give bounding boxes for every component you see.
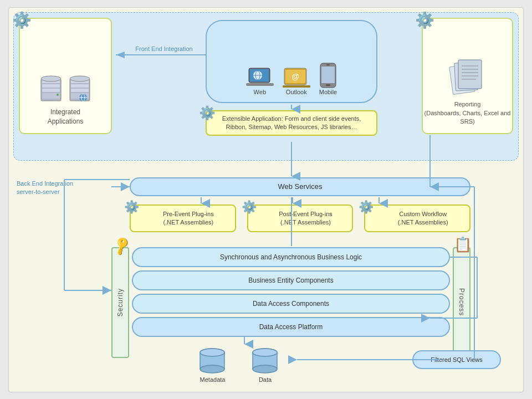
server-icon-2 [68, 74, 92, 103]
integrated-apps-box: ⚙️ [19, 18, 112, 134]
metadata-db: Metadata [197, 346, 228, 383]
server-icons [39, 74, 92, 103]
filtered-sql-box: Filtered SQL Views [412, 350, 501, 369]
svg-rect-9 [71, 84, 89, 88]
svg-text:@: @ [291, 72, 299, 81]
svg-point-46 [200, 349, 224, 356]
plugins-row: ⚙️ Pre-Event Plug-ins(.NET Assemblies) ⚙… [130, 204, 470, 233]
process-bar: 📋 Process [453, 247, 470, 358]
data-access-components-row: Data Access Components [132, 294, 450, 314]
reporting-gear-icon: ⚙️ [415, 11, 434, 29]
data-db: Data [250, 346, 280, 383]
sync-async-row: Synchronous and Asynchronous Business Lo… [132, 247, 450, 267]
architecture-diagram: ⚙️ [8, 7, 524, 392]
svg-rect-34 [458, 60, 482, 89]
security-bar: 🔑 Security [111, 247, 129, 358]
post-event-plugin: ⚙️ Post-Event Plug-ins(.NET Assemblies) [247, 204, 354, 233]
svg-point-49 [253, 365, 277, 373]
backend-integration-label: Back End Integration server-to-server [17, 180, 83, 197]
svg-point-5 [57, 94, 59, 96]
outlook-client: @ Outlook [283, 65, 310, 95]
svg-point-52 [253, 349, 277, 356]
content-area: Synchronous and Asynchronous Business Lo… [132, 247, 450, 337]
pre-event-plugin: ⚙️ Pre-Event Plug-ins(.NET Assemblies) [130, 204, 236, 233]
integrated-apps-label: Integrated Applications [48, 108, 84, 126]
svg-text:Front End Integration: Front End Integration [135, 45, 192, 52]
reporting-box: ⚙️ Reporting (Dashboards, Charts, Excel … [422, 18, 513, 134]
gear-icon-apps: ⚙️ [12, 11, 32, 29]
custom-workflow-plugin: ⚙️ Custom Workflow(.NET Assemblies) [364, 204, 470, 233]
ext-gear-icon: ⚙️ [199, 104, 216, 122]
key-icon: 🔑 [111, 235, 133, 257]
client-box: Web @ Outlook Mobil [206, 20, 377, 103]
svg-rect-30 [326, 84, 330, 86]
svg-rect-10 [71, 89, 89, 92]
web-services-bar: Web Services [130, 177, 470, 196]
reporting-label: Reporting (Dashboards, Charts, Excel and… [423, 100, 512, 126]
svg-rect-3 [42, 89, 60, 92]
svg-point-43 [200, 365, 224, 373]
client-icons: Web @ Outlook Mobil [246, 62, 337, 95]
workflow-gear: ⚙️ [359, 199, 374, 216]
svg-rect-23 [246, 83, 274, 86]
svg-point-6 [41, 76, 61, 81]
data-access-platform-row: Data Access Platform [132, 317, 450, 337]
mobile-client: Mobile [319, 62, 337, 95]
report-icons [443, 57, 493, 96]
svg-rect-2 [42, 84, 60, 88]
svg-rect-29 [321, 66, 335, 83]
post-event-gear: ⚙️ [242, 199, 257, 216]
svg-rect-27 [283, 85, 310, 88]
database-row: Metadata Data [197, 346, 280, 383]
extensible-app-box: ⚙️ Extensible Application: Form and clie… [206, 110, 377, 136]
svg-rect-31 [326, 64, 330, 65]
web-client: Web [246, 65, 274, 95]
pre-event-gear: ⚙️ [124, 199, 139, 216]
server-icon-1 [39, 74, 63, 103]
business-entity-row: Business Entity Components [132, 270, 450, 290]
svg-point-12 [70, 76, 90, 81]
clipboard-icon: 📋 [454, 236, 472, 253]
